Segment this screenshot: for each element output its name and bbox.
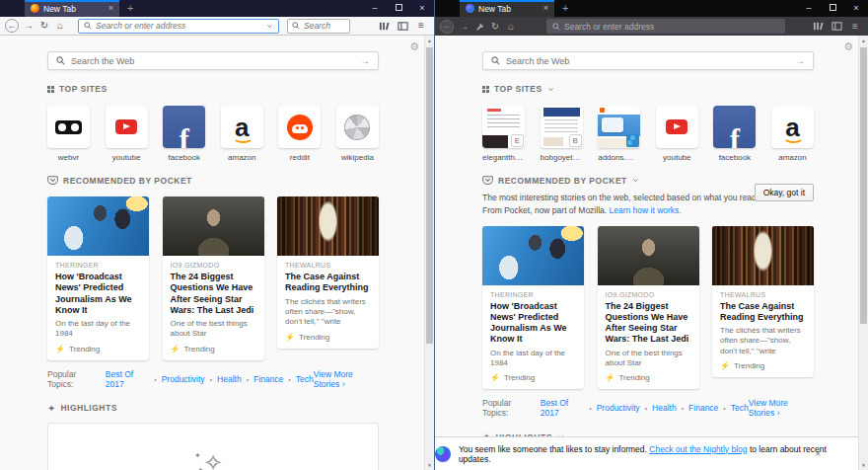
topic-link[interactable]: Productivity	[149, 374, 204, 384]
home-button[interactable]: ⌂	[503, 19, 519, 35]
topsite-bobgoyetche[interactable]: B bobgoyetche	[541, 106, 583, 162]
story-source: THERINGER	[55, 262, 141, 269]
topic-link[interactable]: Best Of 2017	[541, 398, 584, 418]
topsite-wikipedia[interactable]: wikipedia	[336, 106, 379, 162]
scroll-up-arrow[interactable]: ▲	[859, 38, 868, 43]
topsite-facebook[interactable]: f facebook	[713, 106, 756, 162]
search-icon	[491, 56, 500, 65]
scrollbar-thumb[interactable]	[426, 47, 433, 344]
search-input[interactable]	[304, 21, 345, 31]
tab-close-icon[interactable]: ×	[543, 4, 548, 13]
topic-link[interactable]: Finance	[242, 374, 284, 384]
scrollbar-thumb[interactable]	[860, 47, 867, 324]
menu-button[interactable]: ≡	[847, 19, 863, 35]
scroll-up-arrow[interactable]: ▲	[425, 38, 434, 43]
web-search-input[interactable]	[506, 56, 789, 66]
forward-button[interactable]: →	[21, 18, 36, 34]
maximize-button[interactable]	[821, 0, 844, 17]
sidebar-button[interactable]	[395, 18, 410, 34]
topic-link[interactable]: Tech	[718, 403, 748, 413]
minimize-button[interactable]: –	[797, 0, 821, 17]
popular-topics-row: Popular Topics: Best Of 2017 Productivit…	[482, 398, 814, 418]
story-image-broadcast-news	[47, 196, 149, 256]
topsite-addons-mozilla[interactable]: addons.mozilla	[598, 106, 640, 162]
topic-link[interactable]: Health	[205, 374, 242, 384]
learn-how-it-works-link[interactable]: Learn how it works.	[610, 205, 682, 215]
refresh-button[interactable]: ↻	[36, 18, 52, 34]
refresh-button[interactable]: ↻	[487, 19, 503, 35]
forward-button[interactable]: →	[456, 19, 471, 35]
address-input[interactable]	[564, 22, 779, 32]
chevron-down-icon[interactable]	[547, 86, 554, 93]
home-button[interactable]: ⌂	[52, 18, 68, 34]
maximize-button[interactable]	[387, 0, 410, 17]
tab-close-icon[interactable]: ×	[108, 4, 113, 13]
story-description: One of the best things about Star	[171, 319, 256, 340]
topsite-reddit[interactable]: reddit	[278, 106, 321, 162]
address-input[interactable]	[96, 21, 262, 31]
sidebar-button[interactable]	[829, 19, 844, 35]
chevron-down-icon[interactable]	[632, 177, 639, 184]
pocket-story-card[interactable]: IO9.GIZMODO The 24 Biggest Questions We …	[163, 196, 264, 360]
topsite-youtube[interactable]: youtube	[656, 106, 698, 162]
trending-bolt-icon: ⚡	[606, 373, 615, 382]
topsite-amazon[interactable]: a amazon	[221, 106, 263, 162]
search-submit-arrow-icon[interactable]: →	[795, 55, 805, 66]
topsite-amazon[interactable]: a amazon	[771, 106, 814, 162]
back-button[interactable]: ←	[440, 20, 454, 34]
web-search-input[interactable]	[71, 56, 354, 66]
close-window-button[interactable]: ×	[410, 0, 434, 17]
topsite-label: facebook	[163, 153, 205, 162]
new-tab-button[interactable]: +	[562, 0, 568, 17]
new-tab-button[interactable]: +	[127, 0, 133, 17]
topic-link[interactable]: Finance	[677, 403, 719, 413]
close-window-button[interactable]: ×	[844, 0, 868, 17]
scrollbar[interactable]: ▲ ▼	[858, 36, 868, 470]
back-button[interactable]: ←	[5, 19, 19, 33]
notification-close-icon[interactable]: ×	[815, 448, 821, 459]
tab-title: New Tab	[478, 4, 540, 14]
highlights-sparkle-icon: ✦	[47, 403, 55, 414]
topic-link[interactable]: Tech	[283, 374, 313, 384]
web-search-box[interactable]: →	[482, 51, 814, 70]
menu-button[interactable]: ≡	[413, 18, 429, 34]
story-source: THEWALRUS	[285, 262, 371, 269]
chevron-down-icon[interactable]	[266, 23, 273, 30]
topic-link[interactable]: Productivity	[584, 403, 639, 413]
topsite-facebook[interactable]: f facebook	[163, 106, 205, 162]
story-source: THERINGER	[490, 291, 576, 298]
pocket-story-card[interactable]: IO9.GIZMODO The 24 Biggest Questions We …	[598, 226, 699, 390]
scroll-down-arrow[interactable]: ▼	[425, 462, 434, 468]
view-more-stories-link[interactable]: View More Stories ›	[749, 398, 814, 418]
scroll-down-arrow[interactable]: ▼	[859, 462, 868, 468]
topic-link[interactable]: Best Of 2017	[106, 369, 149, 389]
search-bar[interactable]	[287, 19, 350, 34]
search-submit-arrow-icon[interactable]: →	[360, 55, 370, 66]
developer-tools-button[interactable]	[471, 19, 487, 35]
web-search-box[interactable]: →	[47, 51, 379, 70]
pocket-story-card[interactable]: THEWALRUS The Case Against Reading Every…	[712, 226, 814, 378]
library-button[interactable]	[376, 18, 392, 34]
minimize-button[interactable]: –	[363, 0, 387, 17]
address-bar[interactable]	[546, 19, 785, 34]
view-more-stories-link[interactable]: View More Stories ›	[314, 369, 379, 389]
topsite-youtube[interactable]: youtube	[106, 106, 148, 162]
firefox-window-dark: New Tab × + – × ← → ↻ ⌂ ≡	[434, 0, 868, 470]
topsite-elegantthemes[interactable]: E elegantthemes	[482, 106, 525, 162]
pocket-story-card[interactable]: THERINGER How 'Broadcast News' Predicted…	[482, 226, 584, 390]
pocket-story-card[interactable]: THEWALRUS The Case Against Reading Every…	[277, 196, 379, 349]
newtab-settings-gear-icon[interactable]: ⚙	[843, 41, 853, 52]
pocket-story-card[interactable]: THERINGER How 'Broadcast News' Predicted…	[47, 196, 149, 360]
topsite-webvr[interactable]: webvr	[47, 106, 90, 162]
tab-new-tab[interactable]: New Tab ×	[460, 0, 554, 17]
topic-link[interactable]: Health	[640, 403, 677, 413]
okay-got-it-button[interactable]: Okay, got it	[755, 184, 814, 201]
notification-bar: You seem like someone that likes to stay…	[435, 436, 858, 470]
firefox-nightly-icon	[435, 446, 451, 462]
nightly-blog-link[interactable]: Check out the Nightly blog	[649, 444, 747, 454]
library-button[interactable]	[810, 19, 826, 35]
address-bar[interactable]	[78, 19, 279, 34]
scrollbar[interactable]: ▲ ▼	[424, 36, 434, 470]
tab-new-tab[interactable]: New Tab ×	[25, 0, 119, 17]
newtab-settings-gear-icon[interactable]: ⚙	[409, 41, 419, 52]
